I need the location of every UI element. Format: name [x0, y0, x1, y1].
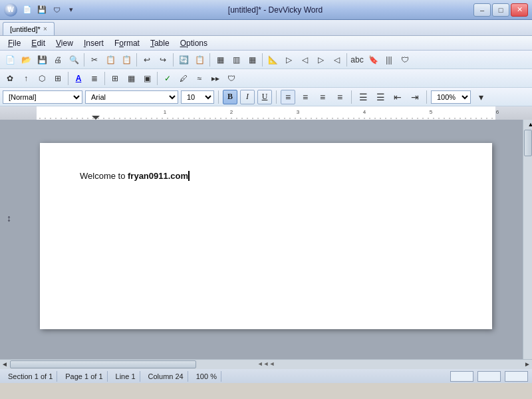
tb-new-button[interactable]: 📄 — [3, 53, 17, 67]
tb-print-button[interactable]: 🖨 — [51, 53, 65, 67]
toolbar1-sep1 — [84, 53, 84, 66]
svg-text:3: 3 — [297, 109, 300, 115]
menu-table[interactable]: Table — [145, 37, 175, 49]
minimize-button[interactable]: – — [473, 3, 491, 17]
tb2-b2[interactable]: ↑ — [19, 71, 33, 86]
toolbar2-sep3 — [157, 72, 158, 85]
tab-label: [untitled]* — [10, 25, 41, 33]
tb-b11[interactable]: 🔖 — [366, 53, 380, 67]
indent-decrease-button[interactable]: ⇤ — [390, 90, 405, 104]
tb-save-button[interactable]: 💾 — [35, 53, 49, 67]
tb-shield-button[interactable]: 🛡 — [398, 53, 412, 67]
vscrollbar[interactable]: ▲ — [523, 120, 532, 359]
tb2-b8[interactable]: ▦ — [124, 71, 138, 86]
toolbar1-sep4 — [209, 53, 210, 66]
status-column: Column 24 — [144, 371, 188, 382]
svg-text:4: 4 — [363, 109, 366, 115]
tb-open-button[interactable]: 📂 — [19, 53, 33, 67]
menu-edit[interactable]: Edit — [26, 37, 51, 49]
align-right-button[interactable]: ≡ — [315, 90, 330, 104]
tb-b7[interactable]: ▷ — [281, 53, 296, 67]
tb-b5[interactable]: ▦ — [245, 53, 259, 67]
maximize-button[interactable]: □ — [492, 3, 509, 17]
tb2-b6[interactable]: ≣ — [87, 71, 102, 86]
list-number-button[interactable]: ☰ — [373, 90, 388, 104]
font-select[interactable]: Arial — [85, 90, 178, 104]
tb-undo-button[interactable]: ↩ — [140, 53, 154, 67]
list-bullet-button[interactable]: ☰ — [356, 90, 370, 104]
tb2-b10[interactable]: ✓ — [160, 71, 175, 86]
zoom-select[interactable]: 100% — [431, 90, 471, 104]
toolbar1-sep5 — [262, 53, 263, 66]
tb-redo-button[interactable]: ↪ — [156, 53, 170, 67]
format-sep2 — [276, 90, 277, 104]
italic-button[interactable]: I — [240, 90, 255, 104]
title-bar: W 📄 💾 🛡 ▾ [untitled]* - DevVicky Word – … — [0, 0, 532, 20]
tb-cut-button[interactable]: ✂ — [87, 53, 102, 67]
style-select[interactable]: [Normal] — [3, 90, 82, 104]
toolbar1-sep3 — [173, 53, 174, 66]
tb-b12[interactable]: ||| — [382, 53, 396, 67]
tb2-b9[interactable]: ▣ — [140, 71, 154, 86]
format-sep1 — [218, 90, 219, 104]
bold-button[interactable]: B — [223, 90, 237, 104]
size-select[interactable]: 10 — [181, 90, 214, 104]
tb-copy-button[interactable]: 📋 — [103, 53, 118, 67]
tb-preview-button[interactable]: 🔍 — [66, 53, 81, 67]
ruler-svg: 1 2 3 4 5 6 — [0, 106, 532, 120]
tb2-b1[interactable]: ✿ — [3, 71, 17, 86]
hscroll-right-button[interactable]: ► — [523, 360, 532, 369]
tb-b4[interactable]: ▥ — [229, 53, 243, 67]
window-controls: – □ ✕ — [473, 3, 528, 17]
title-bar-left: W 📄 💾 🛡 ▾ — [4, 3, 77, 17]
tb2-b7[interactable]: ⊞ — [108, 71, 122, 86]
menu-view[interactable]: View — [51, 37, 78, 49]
tb2-b13[interactable]: ▸▸ — [208, 71, 223, 86]
tab-close-button[interactable]: × — [43, 25, 47, 33]
tb2-b3[interactable]: ⬡ — [35, 71, 49, 86]
tb2-b12[interactable]: ≈ — [192, 71, 207, 86]
tb2-b14[interactable]: 🛡 — [224, 71, 239, 86]
vscroll-thumb[interactable] — [524, 130, 532, 156]
tb-paste-button[interactable]: 📋 — [119, 53, 134, 67]
tb-b2[interactable]: 📋 — [192, 53, 207, 67]
doc-wrapper: ↕ Welcome to fryan0911.com​ ▲ — [0, 120, 532, 359]
qa-save-button[interactable]: 💾 — [36, 4, 48, 16]
hscroll-thumb[interactable] — [10, 360, 196, 368]
menu-options[interactable]: Options — [175, 37, 213, 49]
tb-b9[interactable]: ▷ — [313, 53, 328, 67]
toolbar1-sep2 — [136, 53, 137, 66]
align-center-button[interactable]: ≡ — [298, 90, 313, 104]
status-box2 — [477, 371, 501, 382]
close-button[interactable]: ✕ — [511, 3, 528, 17]
status-line: Line 1 — [112, 371, 140, 382]
zoom-arrow-button[interactable]: ▾ — [473, 90, 488, 104]
underline-button[interactable]: U — [257, 90, 272, 104]
doc-content[interactable]: Welcome to fryan0911.com​ — [80, 170, 452, 303]
tb-b8[interactable]: ◁ — [297, 53, 312, 67]
status-section: Section 1 of 1 — [4, 371, 57, 382]
document-tab[interactable]: [untitled]* × — [3, 22, 55, 35]
tb-b3[interactable]: ▦ — [213, 53, 227, 67]
tb2-b4[interactable]: ⊞ — [51, 71, 65, 86]
doc-scroll-area[interactable]: Welcome to fryan0911.com​ — [0, 120, 532, 359]
tb2-b11[interactable]: 🖊 — [176, 71, 191, 86]
vscroll-up-button[interactable]: ▲ — [523, 120, 532, 129]
tb-spell-button[interactable]: abc — [350, 53, 364, 67]
menu-insert[interactable]: Insert — [78, 37, 109, 49]
hscroll-left-button[interactable]: ◄ — [0, 360, 9, 369]
align-left-button[interactable]: ≡ — [281, 90, 295, 104]
quick-access: 📄 💾 🛡 ▾ — [21, 4, 77, 16]
tb-b10[interactable]: ◁ — [329, 53, 344, 67]
qa-new-button[interactable]: 📄 — [21, 4, 33, 16]
qa-arrow-button[interactable]: ▾ — [65, 4, 77, 16]
ruler: 1 2 3 4 5 6 — [0, 106, 532, 120]
indent-increase-button[interactable]: ⇥ — [408, 90, 422, 104]
tb2-b5[interactable]: A — [71, 71, 86, 86]
tb-b1[interactable]: 🔄 — [176, 53, 191, 67]
menu-file[interactable]: File — [3, 37, 26, 49]
qa-shield-button[interactable]: 🛡 — [51, 4, 63, 16]
menu-format[interactable]: Format — [109, 37, 145, 49]
align-justify-button[interactable]: ≡ — [332, 90, 347, 104]
tb-b6[interactable]: 📐 — [265, 53, 280, 67]
